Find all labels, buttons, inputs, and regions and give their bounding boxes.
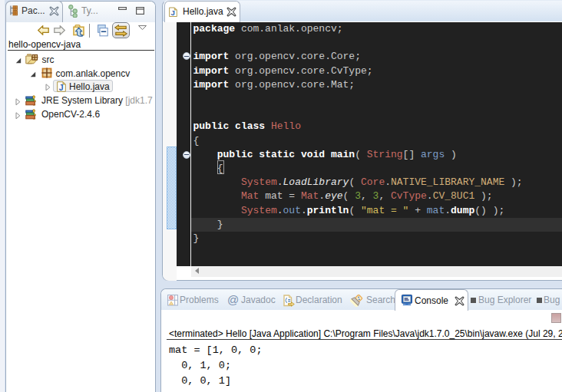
svg-text:J: J <box>59 83 64 92</box>
svg-text:J: J <box>171 8 175 16</box>
